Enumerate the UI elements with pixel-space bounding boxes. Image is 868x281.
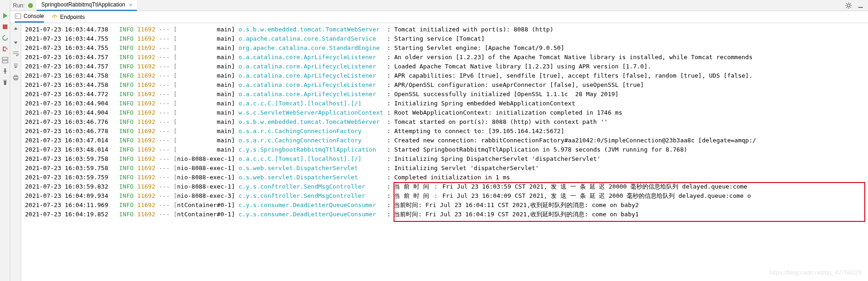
log-line: 2021-07-23 16:03:59.758 INFO 11692 --- [… (25, 164, 864, 173)
log-line: 2021-07-23 16:03:46.776 INFO 11692 --- [… (25, 117, 864, 127)
close-icon[interactable]: × (129, 1, 133, 8)
minimize-icon[interactable] (857, 2, 864, 9)
gear-icon[interactable] (845, 2, 852, 9)
run-tab-bar: Run: SpringbootRabbitmqTtlApplication × (10, 0, 868, 11)
svg-rect-2 (2, 61, 8, 63)
log-line: 2021-07-23 16:03:47.014 INFO 11692 --- [… (25, 136, 864, 145)
tab-endpoints[interactable]: Endpoints (51, 12, 85, 22)
log-line: 2021-07-23 16:04:11.969 INFO 11692 --- [… (25, 201, 864, 210)
console-wrap: 2021-07-23 16:03:44.738 INFO 11692 --- [… (10, 23, 868, 281)
spring-leaf-icon (27, 2, 34, 9)
run-label: Run: (13, 2, 25, 9)
main-panel: Run: SpringbootRabbitmqTtlApplication × … (10, 0, 868, 281)
log-line: 2021-07-23 16:03:44.755 INFO 11692 --- [… (25, 34, 864, 43)
restart-icon[interactable] (1, 34, 9, 42)
svg-rect-1 (2, 57, 8, 60)
scroll-end-icon[interactable] (12, 62, 19, 69)
log-line: 2021-07-23 16:03:44.904 INFO 11692 --- [… (25, 108, 864, 117)
svg-rect-0 (3, 24, 7, 29)
log-line: 2021-07-23 16:03:44.758 INFO 11692 --- [… (25, 71, 864, 80)
up-arrow-icon[interactable] (12, 26, 19, 33)
svg-point-3 (28, 3, 33, 8)
console-toolbar (10, 23, 21, 281)
console-output[interactable]: 2021-07-23 16:03:44.738 INFO 11692 --- [… (21, 23, 868, 281)
run-config-tab[interactable]: SpringbootRabbitmqTtlApplication × (37, 0, 137, 11)
log-line: 2021-07-23 16:03:44.755 INFO 11692 --- [… (25, 43, 864, 53)
log-line: 2021-07-23 16:04:09.934 INFO 11692 --- [… (25, 191, 864, 201)
log-line: 2021-07-23 16:03:44.904 INFO 11692 --- [… (25, 99, 864, 108)
log-line: 2021-07-23 16:03:59.832 INFO 11692 --- [… (25, 182, 864, 191)
log-line: 2021-07-23 16:04:19.852 INFO 11692 --- [… (25, 210, 864, 219)
log-line: 2021-07-23 16:03:59.759 INFO 11692 --- [… (25, 173, 864, 182)
panel-tabs: Console Endpoints (10, 11, 868, 23)
run-config-tab-label: SpringbootRabbitmqTtlApplication (41, 1, 125, 8)
svg-point-7 (54, 16, 55, 18)
svg-point-4 (847, 4, 850, 7)
down-arrow-icon[interactable] (12, 38, 19, 45)
tab-console-label: Console (24, 13, 44, 19)
tab-endpoints-label: Endpoints (60, 14, 85, 20)
log-line: 2021-07-23 16:03:48.014 INFO 11692 --- [… (25, 145, 864, 154)
endpoints-icon (51, 14, 58, 20)
log-line: 2021-07-23 16:03:44.757 INFO 11692 --- [… (25, 62, 864, 71)
log-line: 2021-07-23 16:03:44.738 INFO 11692 --- [… (25, 25, 864, 34)
layout-icon[interactable] (1, 56, 9, 64)
trash-icon[interactable] (1, 79, 9, 86)
log-line: 2021-07-23 16:03:44.757 INFO 11692 --- [… (25, 53, 864, 62)
svg-rect-6 (15, 14, 21, 19)
svg-rect-5 (858, 7, 863, 8)
terminal-icon (15, 13, 21, 19)
watermark-text: https://blog.csdn.net/qq_42768228 (770, 268, 862, 277)
soft-wrap-icon[interactable] (12, 50, 19, 57)
exit-icon[interactable] (1, 45, 9, 53)
stop-icon[interactable] (1, 23, 9, 31)
log-line: 2021-07-23 16:03:44.758 INFO 11692 --- [… (25, 80, 864, 90)
log-line: 2021-07-23 16:03:44.772 INFO 11692 --- [… (25, 90, 864, 99)
run-gutter-toolbar (0, 0, 10, 281)
svg-rect-9 (14, 75, 17, 77)
rerun-icon[interactable] (1, 12, 9, 19)
log-line: 2021-07-23 16:03:46.778 INFO 11692 --- [… (25, 127, 864, 136)
print-icon[interactable] (12, 74, 19, 81)
tab-console[interactable]: Console (15, 11, 44, 23)
pin-icon[interactable] (1, 67, 9, 75)
log-line: 2021-07-23 16:03:59.758 INFO 11692 --- [… (25, 154, 864, 164)
